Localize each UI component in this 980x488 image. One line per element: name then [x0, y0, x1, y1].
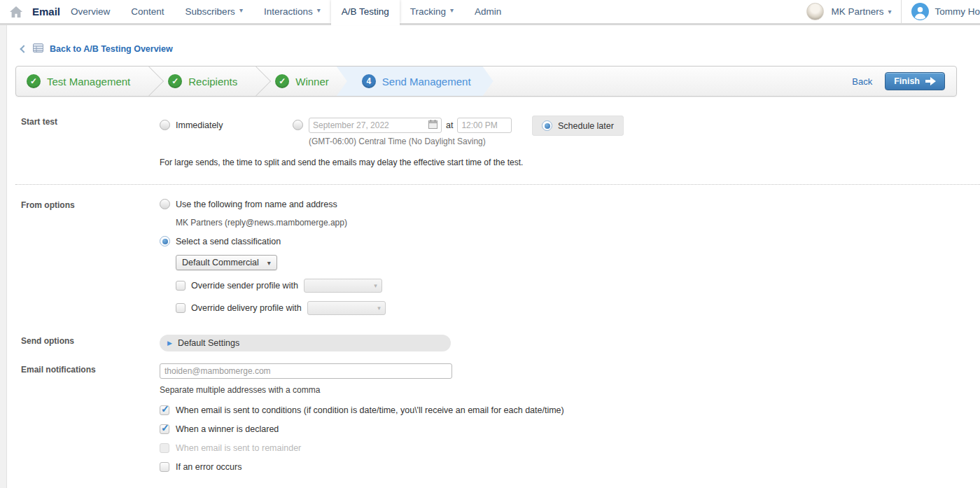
check-circle-icon [27, 74, 41, 88]
account-switcher[interactable]: MK Partners [831, 6, 883, 17]
notify-conditions-option: When email is sent to conditions (if con… [160, 405, 564, 415]
wizard-step-send-management[interactable]: 4 Send Management [337, 67, 493, 96]
send-classification-dropdown[interactable]: Default Commercial [176, 255, 277, 270]
from-options-row: From options Use the following from name… [8, 199, 980, 315]
override-delivery-checkbox[interactable] [176, 303, 186, 313]
send-options-label: Send options [8, 335, 160, 351]
expand-triangle-icon [167, 340, 172, 347]
main-content: Back to A/B Testing Overview Test Manage… [8, 25, 980, 481]
breadcrumb: Back to A/B Testing Overview [8, 25, 980, 66]
back-button[interactable]: Back [852, 76, 872, 87]
account-avatar[interactable] [806, 3, 824, 20]
nav-item-admin[interactable]: Admin [464, 0, 512, 23]
notify-error-checkbox[interactable] [160, 462, 169, 472]
arrow-right-icon [925, 77, 936, 85]
start-test-label: Start test [8, 116, 160, 167]
immediately-radio[interactable] [160, 120, 170, 130]
nav-item-ab-testing[interactable]: A/B Testing [331, 0, 400, 23]
notify-remainder-checkbox [160, 443, 169, 453]
top-nav: Email Overview Content Subscribers Inter… [0, 0, 980, 23]
step-number-badge: 4 [362, 74, 376, 88]
nav-item-subscribers[interactable]: Subscribers [175, 0, 253, 23]
check-circle-icon [275, 74, 289, 88]
schedule-later-radio[interactable] [542, 120, 552, 131]
chevron-down-icon [374, 282, 377, 289]
from-options-label: From options [8, 199, 160, 315]
nav-item-tracking[interactable]: Tracking [400, 0, 464, 23]
notify-remainder-option: When email is sent to remainder [160, 443, 564, 453]
at-label: at [446, 120, 453, 130]
notify-error-option: If an error occurs [160, 462, 564, 472]
override-delivery-option: Override delivery profile with [176, 301, 386, 315]
sender-profile-dropdown [304, 279, 382, 293]
back-to-overview-link[interactable]: Back to A/B Testing Overview [50, 44, 173, 54]
use-following-radio[interactable] [160, 199, 170, 209]
chevron-down-icon [888, 8, 891, 15]
email-notifications-row: Email notifications Separate multiple ad… [8, 363, 980, 481]
user-menu[interactable]: Tommy Ho [934, 6, 980, 17]
timezone-label: (GMT-06:00) Central Time (No Daylight Sa… [309, 137, 512, 146]
section-divider [15, 184, 980, 185]
user-avatar-icon[interactable] [911, 3, 929, 20]
notification-email-input[interactable] [160, 363, 452, 379]
from-address-text: MK Partners (reply@news.mambomerge.app) [176, 218, 386, 228]
nav-divider [901, 0, 902, 23]
send-classification-radio[interactable] [160, 236, 170, 246]
send-management-form: Start test Immediately September 27, 202… [8, 97, 980, 481]
chevron-down-icon [267, 259, 271, 267]
wizard-step-recipients[interactable]: Recipients [150, 67, 255, 96]
left-gutter [0, 25, 7, 488]
override-sender-option: Override sender profile with [176, 279, 386, 293]
home-icon[interactable] [0, 6, 25, 18]
wizard-step-test-management[interactable]: Test Management [16, 67, 148, 96]
list-icon [33, 43, 43, 55]
default-settings-accordion[interactable]: Default Settings [160, 335, 451, 351]
immediately-option: Immediately [160, 116, 293, 130]
nav-item-interactions[interactable]: Interactions [253, 0, 331, 23]
wizard-actions: Back Finish [852, 72, 956, 90]
nav-right: MK Partners Tommy Ho [806, 0, 980, 23]
email-notifications-label: Email notifications [8, 363, 160, 481]
scheduled-option: September 27, 2022 at 12:00 PM [293, 116, 524, 146]
notify-conditions-checkbox[interactable] [160, 405, 169, 415]
time-input: 12:00 PM [457, 118, 512, 133]
schedule-later-option: Schedule later [532, 116, 624, 136]
chevron-down-icon [377, 305, 381, 312]
use-following-option: Use the following from name and address [160, 199, 386, 209]
override-sender-checkbox[interactable] [176, 281, 186, 291]
delivery-profile-dropdown [307, 301, 386, 315]
notify-winner-checkbox[interactable] [160, 424, 169, 434]
comma-hint: Separate multiple addresses with a comma [160, 385, 564, 395]
nav-item-content[interactable]: Content [120, 0, 174, 23]
nav-item-overview[interactable]: Overview [60, 0, 120, 23]
start-test-row: Start test Immediately September 27, 202… [8, 116, 980, 167]
date-input: September 27, 2022 [309, 118, 442, 133]
notify-winner-option: When a winner is declared [160, 424, 564, 434]
wizard-bar: Test Management Recipients Winner 4 Send… [15, 66, 957, 97]
app-title[interactable]: Email [32, 6, 60, 18]
chevron-down-icon [239, 0, 243, 25]
check-circle-icon [168, 74, 182, 88]
large-sends-note: For large sends, the time to split and s… [160, 158, 624, 167]
finish-button[interactable]: Finish [885, 72, 945, 90]
send-options-row: Send options Default Settings [8, 335, 980, 351]
send-classification-option: Select a send classification [160, 236, 386, 246]
chevron-left-icon [20, 45, 27, 53]
scheduled-radio[interactable] [293, 120, 303, 130]
calendar-icon [428, 120, 438, 131]
chevron-down-icon [317, 0, 321, 25]
chevron-down-icon [450, 0, 454, 25]
